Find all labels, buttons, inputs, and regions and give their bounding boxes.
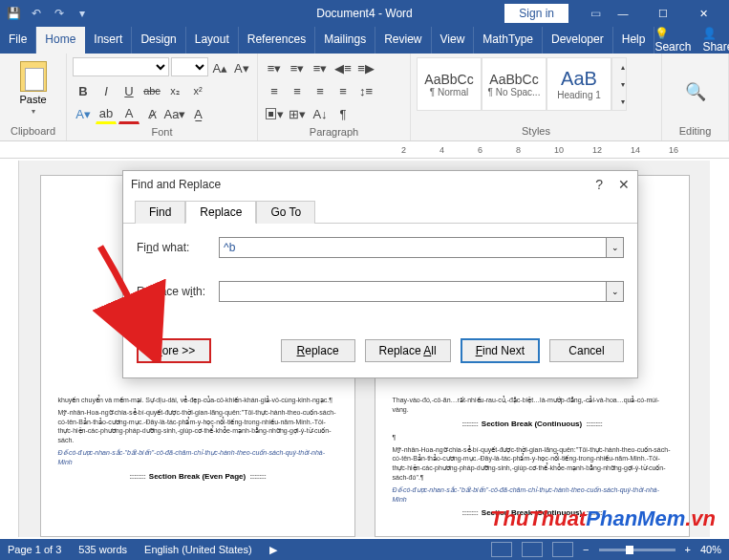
- strike-button[interactable]: abc: [141, 80, 162, 101]
- quick-access-toolbar: 💾 ↶ ↷ ▾: [6, 6, 90, 21]
- dialog-close-icon[interactable]: ✕: [618, 177, 630, 192]
- dialog-tab-replace[interactable]: Replace: [185, 201, 256, 224]
- shading-icon[interactable]: 🞕▾: [264, 103, 285, 124]
- styles-more-icon[interactable]: ▾: [612, 93, 633, 110]
- minimize-button[interactable]: ―: [603, 0, 643, 27]
- replace-with-input[interactable]: [219, 281, 607, 302]
- decrease-indent-icon[interactable]: ◀≡: [332, 57, 354, 78]
- titlebar: 💾 ↶ ↷ ▾ Document4 - Word Sign in ▭ ― ☐ ✕: [0, 0, 729, 27]
- ribbon-options-icon[interactable]: ▭: [588, 6, 603, 21]
- paste-button[interactable]: Paste ▾: [6, 57, 60, 119]
- paste-icon: [20, 61, 47, 92]
- save-icon[interactable]: 💾: [6, 6, 21, 21]
- line-spacing-icon[interactable]: ↕≡: [355, 80, 376, 101]
- borders-icon[interactable]: ⊞▾: [287, 103, 308, 124]
- multilevel-icon[interactable]: ≡▾: [310, 57, 331, 78]
- web-layout-icon[interactable]: [552, 542, 573, 557]
- undo-icon[interactable]: ↶: [29, 6, 44, 21]
- numbering-icon[interactable]: ≡▾: [287, 57, 308, 78]
- tab-review[interactable]: Review: [375, 27, 431, 54]
- replace-all-button[interactable]: Replace All: [365, 339, 451, 362]
- zoom-level[interactable]: 40%: [700, 544, 721, 555]
- find-next-button[interactable]: Find Next: [461, 338, 540, 363]
- tab-view[interactable]: View: [432, 27, 475, 54]
- find-icon[interactable]: 🔍: [685, 81, 706, 102]
- paragraph-label: Paragraph: [264, 126, 404, 140]
- word-count[interactable]: 535 words: [78, 544, 127, 555]
- signin-button[interactable]: Sign in: [504, 4, 568, 23]
- tab-file[interactable]: File: [0, 27, 36, 54]
- shrink-font-icon[interactable]: A▾: [232, 57, 251, 78]
- align-right-icon[interactable]: ≡: [310, 80, 331, 101]
- section-break-continuous-2: Section Break (Continuous): [393, 507, 672, 518]
- vertical-ruler[interactable]: [0, 161, 19, 537]
- show-marks-icon[interactable]: ¶: [332, 103, 354, 124]
- print-layout-icon[interactable]: [522, 542, 543, 557]
- font-size-select[interactable]: [171, 57, 208, 76]
- increase-indent-icon[interactable]: ≡▶: [355, 57, 376, 78]
- dialog-help-icon[interactable]: ?: [595, 177, 603, 192]
- style-nospacing[interactable]: AaBbCc ¶ No Spac...: [482, 57, 547, 111]
- change-case-icon[interactable]: Aa▾: [164, 103, 185, 124]
- align-center-icon[interactable]: ≡: [287, 80, 308, 101]
- text-effects-icon[interactable]: A▾: [73, 103, 94, 124]
- search-link[interactable]: 💡 Search: [654, 27, 691, 54]
- dialog-tab-find[interactable]: Find: [135, 201, 185, 224]
- replace-button[interactable]: Replace: [281, 339, 355, 362]
- font-family-select[interactable]: [73, 57, 169, 76]
- align-left-icon[interactable]: ≡: [264, 80, 285, 101]
- read-mode-icon[interactable]: [491, 542, 512, 557]
- zoom-in-icon[interactable]: +: [685, 544, 691, 555]
- highlight-icon[interactable]: ab: [96, 103, 117, 124]
- enclosing-icon[interactable]: A̲: [187, 103, 208, 124]
- styles-label: Styles: [417, 125, 655, 139]
- maximize-button[interactable]: ☐: [643, 0, 683, 27]
- bold-button[interactable]: B: [73, 80, 94, 101]
- subscript-button[interactable]: x₂: [164, 80, 185, 101]
- qat-dropdown-icon[interactable]: ▾: [75, 6, 90, 21]
- tab-help[interactable]: Help: [613, 27, 655, 54]
- style-normal[interactable]: AaBbCc ¶ Normal: [417, 57, 482, 111]
- cancel-button[interactable]: Cancel: [549, 339, 624, 362]
- redo-icon[interactable]: ↷: [52, 6, 67, 21]
- tab-design[interactable]: Design: [132, 27, 185, 54]
- grow-font-icon[interactable]: A▴: [210, 57, 229, 78]
- dialog-titlebar: Find and Replace ? ✕: [123, 171, 637, 198]
- justify-icon[interactable]: ≡: [332, 80, 354, 101]
- underline-button[interactable]: U: [118, 80, 139, 101]
- find-what-dropdown-icon[interactable]: ⌄: [607, 237, 624, 258]
- bullets-icon[interactable]: ≡▾: [264, 57, 285, 78]
- tab-home[interactable]: Home: [36, 27, 85, 54]
- styles-up-icon[interactable]: ▴: [612, 58, 633, 75]
- superscript-button[interactable]: x²: [187, 80, 208, 101]
- tab-mathtype[interactable]: MathType: [474, 27, 543, 54]
- dialog-title-text: Find and Replace: [131, 178, 221, 191]
- statusbar: Page 1 of 3 535 words English (United St…: [0, 539, 729, 560]
- close-button[interactable]: ✕: [683, 0, 723, 27]
- language-indicator[interactable]: English (United States): [144, 544, 252, 555]
- macro-record-icon[interactable]: ▶: [269, 544, 277, 556]
- zoom-out-icon[interactable]: −: [583, 544, 589, 555]
- find-what-input[interactable]: [219, 237, 607, 258]
- page-indicator[interactable]: Page 1 of 3: [8, 544, 61, 555]
- italic-button[interactable]: I: [96, 80, 117, 101]
- tab-developer[interactable]: Developer: [543, 27, 613, 54]
- style-heading1[interactable]: AaB Heading 1: [547, 57, 611, 111]
- share-link[interactable]: 👤 Share: [702, 27, 729, 54]
- clear-format-icon[interactable]: A̷: [141, 103, 162, 124]
- clipboard-group: Paste ▾ Clipboard: [0, 54, 67, 140]
- tab-references[interactable]: References: [239, 27, 315, 54]
- replace-with-dropdown-icon[interactable]: ⌄: [607, 281, 624, 302]
- zoom-slider[interactable]: [599, 549, 675, 551]
- replace-with-label: Replace with:: [137, 285, 219, 298]
- sort-icon[interactable]: A↓: [310, 103, 331, 124]
- styles-down-icon[interactable]: ▾: [612, 75, 633, 93]
- editing-label: Editing: [668, 125, 722, 139]
- tab-mailings[interactable]: Mailings: [315, 27, 375, 54]
- tab-insert[interactable]: Insert: [85, 27, 132, 54]
- font-color-icon[interactable]: A: [118, 103, 139, 124]
- horizontal-ruler[interactable]: 2 4 6 8 10 12 14 16: [0, 141, 729, 159]
- tab-layout[interactable]: Layout: [186, 27, 239, 54]
- more-button[interactable]: More >>: [137, 338, 211, 363]
- dialog-tab-goto[interactable]: Go To: [256, 201, 315, 224]
